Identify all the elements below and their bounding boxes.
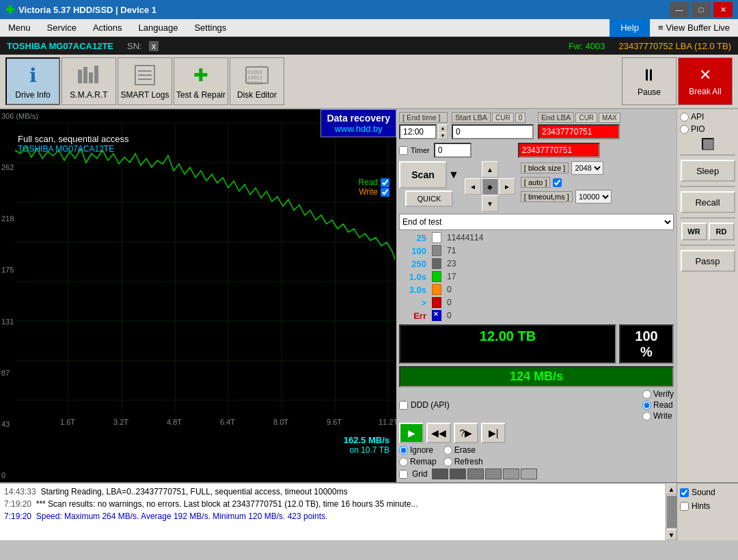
ddd-api-input[interactable] bbox=[399, 401, 408, 410]
end-time-spinner[interactable]: ▲ ▼ bbox=[438, 124, 448, 139]
verify-radio-item[interactable]: Verify bbox=[642, 389, 674, 399]
start-lba-input[interactable] bbox=[452, 124, 534, 139]
write-radio-item[interactable]: Write bbox=[642, 411, 674, 421]
write-checkbox[interactable] bbox=[381, 188, 390, 197]
minimize-button[interactable]: — bbox=[670, 2, 689, 17]
scan-button[interactable]: Scan bbox=[399, 161, 447, 188]
api-radio[interactable] bbox=[680, 113, 689, 122]
read-legend-item: Read bbox=[358, 178, 390, 187]
block-size-row: [ block size ] 2048 512 1024 4096 bbox=[521, 161, 612, 175]
verify-radio[interactable] bbox=[642, 390, 651, 399]
firmware-label: Fw: 4003 bbox=[569, 41, 605, 51]
end-lba-input[interactable] bbox=[538, 124, 620, 139]
maximize-button[interactable]: □ bbox=[692, 2, 711, 17]
drive-info-button[interactable]: ℹ Drive Info bbox=[5, 57, 60, 105]
quick-button[interactable]: QUICK bbox=[405, 191, 453, 207]
current-lba: on 10.7 TB bbox=[344, 445, 390, 455]
end-lba2-input[interactable] bbox=[518, 143, 600, 158]
log-scrollbar[interactable]: ▲ ▼ bbox=[666, 484, 676, 540]
dpad-right[interactable]: ► bbox=[499, 178, 515, 195]
scroll-down-arrow[interactable]: ▼ bbox=[666, 529, 677, 540]
read-radio[interactable] bbox=[642, 401, 651, 410]
dpad-down[interactable]: ▼ bbox=[482, 195, 498, 212]
menu-language[interactable]: Language bbox=[131, 20, 187, 36]
step-button[interactable]: ?▶ bbox=[454, 423, 478, 443]
break-all-button[interactable]: ✕ Break All bbox=[678, 57, 733, 105]
timer-input[interactable] bbox=[434, 143, 472, 158]
close-button[interactable]: ✕ bbox=[713, 2, 733, 17]
ddd-api-checkbox[interactable]: DDD (API) bbox=[399, 400, 450, 410]
window-title: Victoria 5.37 HDD/SSD | Device 1 bbox=[18, 5, 156, 15]
lba-info: 23437770752 LBA (12.0 TB) bbox=[618, 41, 731, 51]
menu-service[interactable]: Service bbox=[39, 20, 85, 36]
divider-1 bbox=[680, 154, 735, 156]
timeout-row: [ timeout,ms ] 10000 5000 20000 bbox=[521, 190, 612, 204]
scroll-thumb[interactable] bbox=[667, 496, 676, 528]
end-time-down[interactable]: ▼ bbox=[438, 132, 448, 139]
pio-radio-item[interactable]: PIO bbox=[680, 124, 705, 134]
end-time-up[interactable]: ▲ bbox=[438, 124, 448, 132]
drive-close-button[interactable]: x bbox=[149, 41, 159, 51]
performance-chart: 1.6T 3.2T 4.8T 6.4T 8.0T 9.6T 11.2T bbox=[0, 109, 396, 482]
help-button[interactable]: Help bbox=[610, 19, 650, 37]
ms100-count: 71 bbox=[447, 246, 502, 255]
sound-checkbox[interactable] bbox=[680, 488, 689, 497]
dpad-left[interactable]: ◄ bbox=[465, 178, 481, 195]
hints-checkbox[interactable] bbox=[680, 502, 689, 511]
dpad-center[interactable]: ◆ bbox=[482, 178, 498, 195]
api-radio-item[interactable]: API bbox=[680, 112, 704, 122]
read-radio-item[interactable]: Read bbox=[642, 400, 674, 410]
rd-button[interactable]: RD bbox=[709, 223, 735, 240]
cur-value: 0 bbox=[515, 113, 526, 123]
refresh-radio[interactable] bbox=[443, 458, 452, 466]
pio-radio[interactable] bbox=[680, 125, 689, 134]
view-buffer-button[interactable]: ≡ View Buffer Live bbox=[650, 20, 738, 36]
back-button[interactable]: ◀◀ bbox=[426, 423, 451, 443]
log-line-3: 7:19:20 Speed: Maximum 264 MB/s. Average… bbox=[4, 510, 661, 522]
write-radio[interactable] bbox=[642, 412, 651, 421]
smart-button[interactable]: S.M.A.R.T bbox=[62, 57, 116, 105]
menu-settings[interactable]: Settings bbox=[186, 20, 234, 36]
wr-button[interactable]: WR bbox=[681, 223, 707, 240]
end-time-input[interactable] bbox=[399, 124, 437, 139]
erase-radio-item[interactable]: Erase bbox=[443, 445, 483, 455]
stats-row-25: 25 11444114 bbox=[399, 232, 674, 243]
recall-button[interactable]: Recall bbox=[681, 191, 735, 213]
sleep-button[interactable]: Sleep bbox=[681, 160, 735, 182]
chart-area: Data recovery www.hdd.by Full scan, sequ… bbox=[0, 109, 396, 482]
ignore-radio[interactable] bbox=[399, 446, 408, 455]
read-checkbox[interactable] bbox=[381, 178, 390, 187]
block-size-select[interactable]: 2048 512 1024 4096 bbox=[571, 161, 603, 175]
hints-checkbox-item[interactable]: Hints bbox=[680, 501, 735, 511]
timer-checkbox[interactable] bbox=[399, 146, 408, 155]
log-content: 14:43:33 Starting Reading, LBA=0..234377… bbox=[0, 484, 666, 540]
remap-radio[interactable] bbox=[399, 458, 408, 466]
erase-radio[interactable] bbox=[443, 446, 452, 455]
passp-button[interactable]: Passp bbox=[681, 250, 735, 272]
play-button[interactable]: ▶ bbox=[399, 423, 424, 443]
menu-menu[interactable]: Menu bbox=[0, 20, 39, 36]
grid-checkbox[interactable] bbox=[399, 470, 408, 479]
smart-logs-button[interactable]: SMART Logs bbox=[118, 57, 172, 105]
menu-actions[interactable]: Actions bbox=[85, 20, 131, 36]
dpad-up[interactable]: ▲ bbox=[482, 161, 498, 178]
remap-radio-item[interactable]: Remap bbox=[399, 457, 437, 466]
end-button[interactable]: ▶| bbox=[481, 423, 506, 443]
end-of-test-dropdown[interactable]: End of test Restart Power off Hibernate … bbox=[399, 214, 674, 230]
ignore-radio-item[interactable]: Ignore bbox=[399, 445, 437, 455]
msbig-bar bbox=[432, 297, 441, 308]
eot-row: End of test Restart Power off Hibernate … bbox=[399, 214, 674, 230]
refresh-radio-item[interactable]: Refresh bbox=[443, 457, 483, 466]
ms1000-bar bbox=[432, 271, 441, 282]
sound-checkbox-item[interactable]: Sound bbox=[680, 488, 735, 497]
ms1000-count: 17 bbox=[447, 272, 502, 281]
test-repair-button[interactable]: ✚ Test & Repair bbox=[174, 57, 228, 105]
pause-button[interactable]: ⏸ Pause bbox=[622, 57, 676, 105]
direction-pad: ▲ ◄ ◆ ► ▼ bbox=[465, 161, 515, 212]
ms1000-label: 1.0s bbox=[399, 272, 426, 282]
auto-checkbox[interactable] bbox=[553, 178, 562, 187]
scan-dropdown[interactable]: ▼ bbox=[448, 169, 459, 181]
scroll-up-arrow[interactable]: ▲ bbox=[666, 484, 677, 494]
timeout-select[interactable]: 10000 5000 20000 bbox=[575, 190, 612, 204]
disk-editor-button[interactable]: 01001 10011 00010 Disk Editor bbox=[230, 57, 284, 105]
